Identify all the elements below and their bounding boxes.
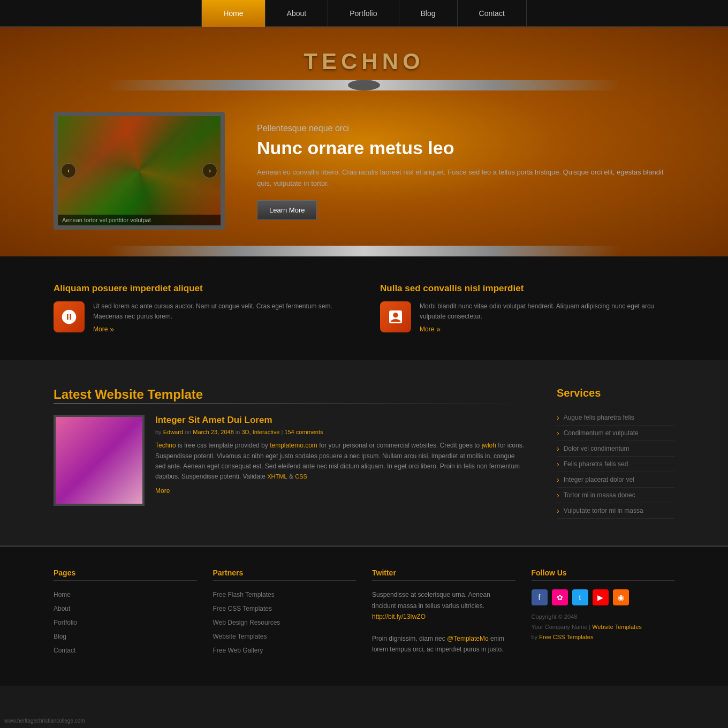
blog-post-content: Integer Sit Amet Dui Lorem by Edward on … [155, 415, 525, 506]
sidebar-title: Services [557, 387, 674, 399]
twitter-icon[interactable]: t [572, 589, 588, 605]
partner-webdesign[interactable]: Web Design Resources [213, 619, 280, 626]
slider-caption: Aenean tortor vel porttitor volutpat [58, 215, 221, 225]
nav-home[interactable]: Home [201, 0, 265, 27]
site-title: TECHNO [0, 49, 728, 80]
blog-comments: 154 comments [284, 429, 323, 435]
hero-bottom-divider [107, 246, 621, 256]
hero-heading: Nunc ornare metus leo [257, 138, 674, 158]
blog-thumbnail [54, 415, 145, 506]
service-item-2: Condimentum et vulputate [557, 426, 674, 441]
feature-1-body: Ut sed lorem ac ante cursus auctor. Nam … [93, 301, 348, 322]
twitter-text2: Proin dignissim, diam nec [372, 635, 445, 642]
facebook-icon[interactable]: f [532, 589, 548, 605]
footer-twitter-content: Suspendisse at scelerisque urna. Aenean … [372, 589, 515, 655]
blog-title: Latest Website Template [54, 387, 525, 402]
twitter-handle[interactable]: @TemplateMo [447, 635, 489, 642]
flickr-icon[interactable]: ✿ [552, 589, 568, 605]
blog-post-text: Techno is free css template provided by … [155, 441, 525, 482]
blog-divider [54, 403, 525, 404]
footer-link-contact[interactable]: Contact [54, 647, 75, 654]
feature-1-title: Aliquam posuere imperdiet aliquet [54, 283, 348, 294]
footer-link-blog[interactable]: Blog [54, 633, 66, 640]
service-item-6: Tortor mi in massa donec [557, 488, 674, 503]
feature-2: Nulla sed convallis nisl imperdiet Morbi… [380, 283, 674, 333]
hero-section: TECHNO ‹ › Aenean tortor vel porttitor v… [0, 27, 728, 256]
main-section: Latest Website Template Integer Sit Amet… [0, 360, 728, 545]
feature-1: Aliquam posuere imperdiet aliquet Ut sed… [54, 283, 348, 333]
twitter-text1: Suspendisse at scelerisque urna. Aenean … [372, 591, 490, 609]
footer: Pages Home About Portfolio Blog Contact … [0, 545, 728, 686]
hero-subtitle: Pellentesque neque orci [257, 122, 674, 135]
service-item-4: Felis pharetra felis sed [557, 457, 674, 472]
footer-twitter-col: Twitter Suspendisse at scelerisque urna.… [372, 568, 515, 659]
hero-description: Aenean eu convallis libero. Cras iaculis… [257, 167, 674, 189]
blog-date: March 23, 2048 [193, 429, 233, 435]
rss-icon[interactable]: ◉ [613, 589, 629, 605]
footer-link-portfolio[interactable]: Portfolio [54, 619, 77, 626]
blog-more-link[interactable]: More [155, 487, 170, 495]
blog-post: Integer Sit Amet Dui Lorem by Edward on … [54, 415, 525, 506]
footer-pages-title: Pages [54, 568, 197, 581]
social-icons-row: f ✿ t ▶ ◉ [532, 589, 675, 605]
partner-website[interactable]: Website Templates [213, 633, 267, 640]
nav-portfolio[interactable]: Portfolio [328, 0, 399, 27]
partner-css[interactable]: Free CSS Templates [213, 605, 272, 612]
blog-section: Latest Website Template Integer Sit Amet… [54, 387, 525, 519]
copyright-year: 2048 [564, 613, 577, 620]
footer-pages-col: Pages Home About Portfolio Blog Contact [54, 568, 197, 659]
footer-partners-title: Partners [213, 568, 357, 581]
services-list: Augue felis pharetra felis Condimentum e… [557, 410, 674, 519]
footer-partners-col: Partners Free Flash Templates Free CSS T… [213, 568, 357, 659]
company-name: Your Company Name [532, 624, 588, 630]
learn-more-button[interactable]: Learn More [257, 200, 317, 220]
blog-author: Edward [163, 429, 183, 435]
partner-flash[interactable]: Free Flash Templates [213, 591, 275, 598]
hero-top-divider [107, 80, 621, 90]
partner-gallery[interactable]: Free Web Gallery [213, 647, 263, 654]
blog-post-title: Integer Sit Amet Dui Lorem [155, 415, 525, 426]
features-section: Aliquam posuere imperdiet aliquet Ut sed… [0, 256, 728, 360]
youtube-icon[interactable]: ▶ [593, 589, 609, 605]
twitter-link1[interactable]: http://bit.ly/13IwZO [372, 613, 426, 620]
footer-link-about[interactable]: About [54, 605, 70, 612]
feature-2-title: Nulla sed convallis nisl imperdiet [380, 283, 674, 294]
footer-partners-list: Free Flash Templates Free CSS Templates … [213, 589, 357, 655]
blog-jwloh-link[interactable]: jwloh [482, 442, 496, 449]
feature-2-more[interactable]: More [420, 325, 441, 333]
xhtml-tag: XHTML [267, 473, 287, 480]
footer-link-home[interactable]: Home [54, 591, 71, 598]
copyright-block: Copyright © 2048 Your Company Name | Web… [532, 612, 675, 642]
css-tag: CSS [295, 473, 307, 480]
feature-1-more[interactable]: More [93, 325, 114, 333]
hero-text-block: Pellentesque neque orci Nunc ornare metu… [257, 122, 674, 219]
nav-contact[interactable]: Contact [458, 0, 527, 27]
footer-follow-title: Follow Us [532, 568, 675, 581]
main-navigation: Home About Portfolio Blog Contact [0, 0, 728, 27]
footer-pages-list: Home About Portfolio Blog Contact [54, 589, 197, 655]
feature-2-body: Morbi blandit nunc vitae odio volutpat h… [420, 301, 674, 322]
free-css-link[interactable]: Free CSS Templates [539, 634, 593, 640]
service-item-7: Vulputate tortor mi in massa [557, 503, 674, 519]
nav-about[interactable]: About [266, 0, 329, 27]
service-item-3: Dolor vel condimentum [557, 441, 674, 457]
blog-post-meta: by Edward on March 23, 2048 in 3D, Inter… [155, 429, 525, 435]
hero-slider: ‹ › Aenean tortor vel porttitor volutpat [54, 112, 225, 230]
nav-blog[interactable]: Blog [399, 0, 458, 27]
sidebar: Services Augue felis pharetra felis Cond… [557, 387, 674, 519]
feature-1-icon [54, 301, 85, 332]
slider-prev-btn[interactable]: ‹ [61, 163, 76, 178]
footer-follow-col: Follow Us f ✿ t ▶ ◉ Copyright © 2048 You… [532, 568, 675, 659]
blog-techno-link[interactable]: Techno [155, 442, 176, 449]
footer-twitter-title: Twitter [372, 568, 515, 581]
service-item-5: Integer placerat dolor vel [557, 472, 674, 488]
blog-categories: 3D, Interactive [241, 429, 279, 435]
blog-templatemo-link[interactable]: templatemo.com [270, 442, 317, 449]
service-item-1: Augue felis pharetra felis [557, 410, 674, 426]
feature-2-icon [380, 301, 411, 332]
slider-next-btn[interactable]: › [202, 163, 217, 178]
website-templates-link[interactable]: Website Templates [592, 624, 642, 630]
